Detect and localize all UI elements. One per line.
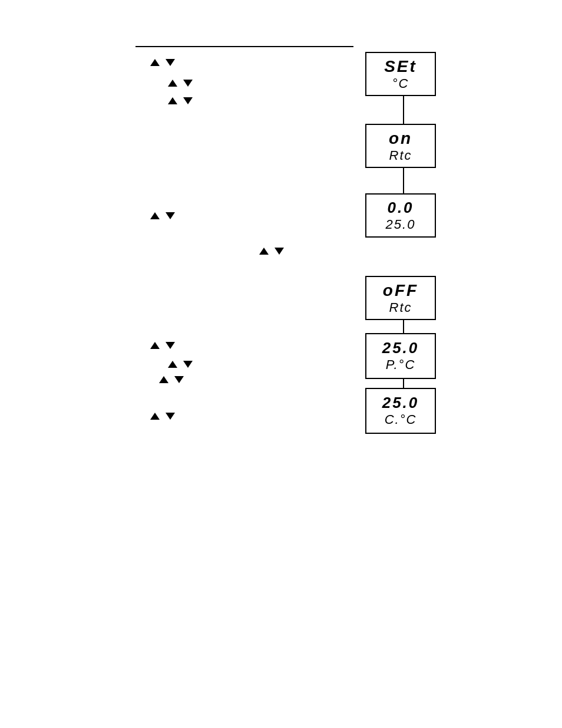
display-box-25-poc: 25.0 P.°C — [365, 333, 436, 379]
display-box-25-coc: 25.0 C.°C — [365, 388, 436, 434]
arrow-down-icon[interactable] — [183, 80, 193, 87]
arrow-pair-4[interactable] — [150, 212, 175, 219]
arrow-down-icon[interactable] — [174, 376, 184, 383]
arrow-pair-9[interactable] — [150, 413, 175, 420]
arrow-up-icon[interactable] — [150, 413, 160, 420]
arrow-pair-5[interactable] — [259, 248, 284, 255]
arrow-pair-6[interactable] — [150, 342, 175, 349]
arrow-up-icon[interactable] — [168, 97, 177, 104]
arrow-pair-1[interactable] — [150, 59, 175, 66]
arrow-down-icon[interactable] — [183, 97, 193, 104]
display-box-off-rtc: oFF Rtc — [365, 276, 436, 320]
display-line2-set: °C — [392, 76, 409, 91]
display-line2-rtc2: Rtc — [389, 300, 412, 315]
arrow-pair-7[interactable] — [168, 361, 193, 368]
arrow-down-icon[interactable] — [166, 212, 175, 219]
arrow-down-icon[interactable] — [166, 342, 175, 349]
arrow-down-icon[interactable] — [166, 413, 175, 420]
top-divider-line — [135, 46, 353, 47]
display-line1-on: on — [389, 129, 412, 149]
arrow-down-icon[interactable] — [183, 361, 193, 368]
arrow-pair-3[interactable] — [168, 97, 193, 104]
display-line2-coc: C.°C — [385, 412, 417, 427]
arrow-up-icon[interactable] — [168, 361, 177, 368]
arrow-up-icon[interactable] — [150, 59, 160, 66]
arrow-up-icon[interactable] — [159, 376, 168, 383]
page-container: SEt °C on Rtc 0.0 25.0 oFF Rtc 25.0 P.°C — [0, 0, 562, 728]
display-line1-0: 0.0 — [387, 199, 414, 217]
display-line1-off: oFF — [383, 281, 418, 301]
arrow-pair-2[interactable] — [168, 80, 193, 87]
arrow-up-icon[interactable] — [168, 80, 177, 87]
display-line1-25p: 25.0 — [382, 339, 419, 357]
arrow-up-icon[interactable] — [150, 342, 160, 349]
arrow-down-icon[interactable] — [275, 248, 284, 255]
arrow-up-icon[interactable] — [150, 212, 160, 219]
display-line1-set: SEt — [384, 57, 417, 77]
display-line2-rtc: Rtc — [389, 148, 412, 163]
display-line2-poc: P.°C — [386, 357, 416, 373]
display-box-set: SEt °C — [365, 52, 436, 96]
display-line1-25c: 25.0 — [382, 394, 419, 412]
display-box-0-25: 0.0 25.0 — [365, 193, 436, 238]
arrow-up-icon[interactable] — [259, 248, 269, 255]
display-line2-25: 25.0 — [386, 217, 416, 232]
arrow-down-icon[interactable] — [166, 59, 175, 66]
arrow-pair-8[interactable] — [159, 376, 184, 383]
display-box-on-rtc: on Rtc — [365, 124, 436, 168]
